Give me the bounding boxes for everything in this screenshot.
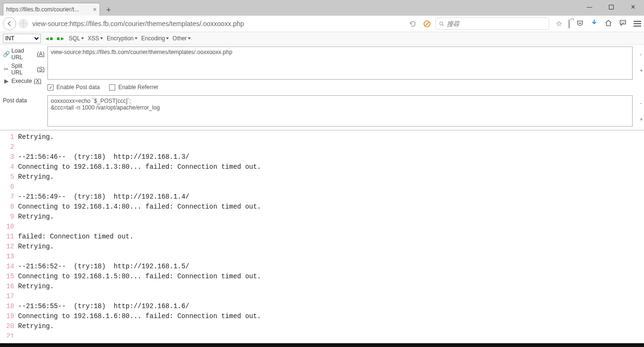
line-number: 17 (2, 292, 18, 301)
line-text: --21:56:49-- (try:18) http://192.168.1.4… (18, 192, 189, 202)
search-input[interactable] (447, 20, 546, 27)
site-identity-icon[interactable] (19, 19, 28, 28)
close-window-button[interactable]: × (622, 0, 644, 14)
blocked-icon (423, 20, 431, 28)
hackbar-post-main: - + (47, 93, 644, 130)
url-bar[interactable] (30, 18, 404, 30)
hackbar-url-textarea[interactable] (47, 46, 633, 80)
line-number: 10 (2, 222, 18, 232)
line-number: 16 (2, 282, 18, 292)
line-number: 1 (2, 132, 18, 142)
home-icon[interactable] (605, 19, 612, 28)
line-number: 11 (2, 232, 18, 242)
line-number: 14 (2, 262, 18, 272)
search-icon (439, 21, 445, 27)
source-line: 16Retrying. (2, 282, 644, 292)
svg-point-4 (624, 22, 625, 23)
source-line: 20Retrying. (2, 321, 644, 331)
source-line: 9Retrying. (2, 212, 644, 222)
line-number: 20 (2, 321, 18, 331)
minimize-button[interactable]: — (579, 0, 600, 14)
execute-shortcut: (X) (34, 78, 41, 84)
hackbar-menu-encoding[interactable]: Encoding (141, 35, 169, 42)
globe-icon (20, 20, 27, 27)
line-text: Retrying. (18, 282, 54, 292)
source-line: 7--21:56:49-- (try:18) http://192.168.1.… (2, 192, 644, 202)
maximize-icon (609, 5, 614, 9)
line-number: 7 (2, 192, 18, 202)
line-text: failed: Connection timed out. (18, 232, 134, 242)
hackbar-type-select[interactable]: INT (3, 34, 41, 43)
line-text: Retrying. (18, 212, 54, 222)
line-text: --21:56:46-- (try:18) http://192.168.1.3… (18, 152, 189, 162)
line-number: 15 (2, 272, 18, 282)
source-line: 15Connecting to 192.168.1.5:80... failed… (2, 272, 644, 282)
post-shrink-icon[interactable]: - (640, 96, 643, 110)
tab-strip: https://files.fb.com/courier/t... × + — … (0, 0, 644, 16)
line-text: Retrying. (18, 172, 54, 182)
source-line: 10 (2, 222, 644, 232)
hackbar-postdata-row: Post data - + (0, 93, 644, 130)
maximize-button[interactable] (600, 0, 622, 14)
svg-point-3 (622, 22, 623, 23)
browser-tab[interactable]: https://files.fb.com/courier/t... × (3, 3, 100, 16)
clipboard-icon[interactable] (569, 20, 570, 28)
source-line: 14--21:56:52-- (try:18) http://192.168.1… (2, 262, 644, 272)
enable-referrer-checkbox[interactable]: Enable Referrer (109, 84, 158, 91)
split-url-button[interactable]: ✂ Split URL (S) (3, 62, 45, 77)
enable-post-label: Enable Post data (56, 84, 100, 91)
url-shrink-icon[interactable]: - (640, 47, 643, 62)
hackbar-menu-sql[interactable]: SQL (69, 35, 84, 42)
line-number: 18 (2, 301, 18, 311)
play-icon: ▶ (3, 78, 9, 84)
line-text: Connecting to 192.168.1.5:80... failed: … (18, 272, 261, 282)
hello-icon[interactable] (619, 19, 627, 28)
search-box[interactable] (435, 18, 549, 30)
source-line: 6 (2, 182, 644, 192)
source-line: 8Connecting to 192.168.1.4:80... failed:… (2, 202, 644, 212)
toolbar-right-icons: ☆ (556, 19, 641, 29)
view-source-pane[interactable]: 1Retrying.23--21:56:46-- (try:18) http:/… (0, 130, 644, 338)
hackbar-url-resize: - + (640, 47, 643, 78)
line-number: 4 (2, 162, 18, 172)
split-url-shortcut: (S) (37, 66, 45, 73)
post-data-textarea[interactable] (47, 95, 633, 127)
enable-post-checkbox[interactable]: ✓ Enable Post data (47, 84, 100, 91)
tab-title: https://files.fb.com/courier/t... (6, 6, 79, 13)
back-arrow-icon (6, 20, 13, 27)
execute-label: Execute (11, 78, 32, 84)
back-button[interactable] (3, 17, 16, 30)
bookmark-star-icon[interactable]: ☆ (556, 19, 562, 28)
menu-button[interactable] (634, 21, 641, 27)
source-line: 18--21:56:55-- (try:18) http://192.168.1… (2, 301, 644, 311)
pocket-icon[interactable] (576, 19, 584, 28)
source-line: 19Connecting to 192.168.1.6:80... failed… (2, 311, 644, 321)
load-url-button[interactable]: 🔗 Load URL (A) (3, 46, 45, 62)
line-number: 21 (2, 331, 18, 338)
hackbar-next-icon[interactable]: ■► (57, 36, 65, 41)
new-tab-button[interactable]: + (103, 4, 114, 16)
reload-icon (409, 20, 416, 27)
noscript-icon[interactable] (421, 18, 432, 29)
close-tab-icon[interactable]: × (93, 6, 97, 13)
source-line: 3--21:56:46-- (try:18) http://192.168.1.… (2, 152, 644, 162)
downloads-icon[interactable] (590, 19, 598, 29)
load-url-shortcut: (A) (37, 51, 45, 57)
navigation-toolbar: ☆ (0, 16, 644, 32)
hackbar-prev-icon[interactable]: ◄■ (45, 36, 53, 41)
post-grow-icon[interactable]: + (640, 112, 643, 127)
hackbar-url-main: - + ✓ Enable Post data Enable Referrer (47, 45, 644, 93)
taskbar (0, 343, 644, 347)
hackbar-menu-encryption[interactable]: Encryption (107, 35, 138, 42)
load-url-label: Load URL (11, 47, 35, 61)
hackbar-post-resize: - + (640, 96, 643, 127)
hackbar-menu-other[interactable]: Other (173, 35, 191, 42)
hackbar-side-actions: 🔗 Load URL (A) ✂ Split URL (S) ▶ Execute… (0, 45, 47, 93)
execute-button[interactable]: ▶ Execute (X) (3, 77, 45, 85)
url-grow-icon[interactable]: + (640, 64, 643, 78)
line-number: 6 (2, 182, 18, 192)
reload-button[interactable] (407, 18, 418, 29)
source-line: 12Retrying. (2, 242, 644, 252)
post-data-label: Post data (0, 93, 47, 130)
hackbar-menu-xss[interactable]: XSS (88, 35, 103, 42)
